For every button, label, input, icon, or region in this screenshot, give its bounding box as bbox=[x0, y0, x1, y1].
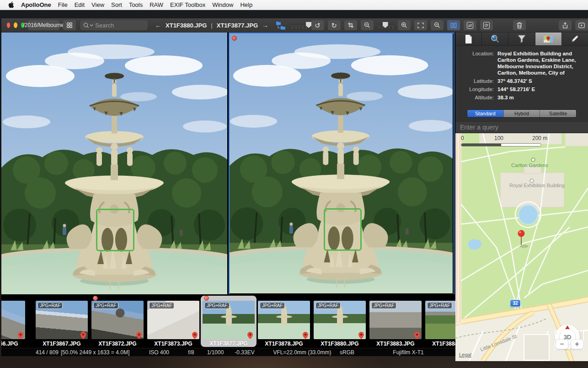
geotag-pin-icon bbox=[192, 332, 198, 339]
map-mode-hybrid[interactable]: Hybrid bbox=[504, 110, 540, 117]
menu-item-view[interactable]: View bbox=[91, 1, 104, 8]
geotag-pin-icon bbox=[247, 332, 253, 339]
sync-views-button[interactable]: ⟳ bbox=[480, 20, 493, 30]
geotag-pin bbox=[192, 332, 198, 341]
next-file-arrow[interactable]: → bbox=[262, 22, 268, 29]
status-item: Fujifilm X-T1 bbox=[393, 349, 423, 356]
filmstrip-item[interactable]: JPG+RAFXT1F3877.JPG bbox=[201, 296, 257, 347]
status-item: 414 / 809 bbox=[36, 349, 59, 356]
altitude-row: Altitude: 38.3 m bbox=[455, 94, 583, 101]
status-item: sRGB bbox=[340, 349, 354, 356]
menu-item-tools[interactable]: Tools bbox=[129, 1, 143, 8]
filmstrip-item[interactable]: JPG+RAFXT1F3878.JPG bbox=[256, 296, 312, 347]
filmstrip-item[interactable]: JPG+RAFXT1F3880.JPG bbox=[312, 296, 368, 347]
focus-area-box bbox=[96, 209, 134, 252]
tab-metadata[interactable] bbox=[455, 32, 482, 45]
filmstrip-item[interactable]: JPG+RAFXT1F3884.JPG bbox=[423, 296, 455, 347]
format-badge: JPG+RAF bbox=[149, 302, 174, 309]
gps-info: Location: Royal Exhibition Building and … bbox=[455, 46, 588, 106]
grid-view-button[interactable] bbox=[63, 20, 76, 30]
map-zoom-controls: − + bbox=[556, 339, 583, 349]
menu-item-help[interactable]: Help bbox=[240, 1, 252, 8]
rotate-right-button[interactable]: ↻ bbox=[328, 20, 341, 30]
pencil-icon bbox=[570, 34, 579, 43]
menu-item-window[interactable]: Window bbox=[212, 1, 233, 8]
folder-tree-icon[interactable] bbox=[275, 20, 287, 31]
file-name-left: XT1F3880.JPG bbox=[166, 22, 207, 29]
tab-map[interactable] bbox=[535, 32, 562, 45]
zoom-out-tool-button[interactable] bbox=[361, 20, 374, 30]
map-zoom-in-button[interactable]: + bbox=[571, 339, 583, 349]
tab-search[interactable] bbox=[482, 32, 508, 45]
folder-path-button[interactable]: /2016/Melbourne bbox=[28, 20, 59, 30]
format-badge: JPG+RAF bbox=[260, 302, 285, 309]
map-legal-link[interactable]: Legal bbox=[459, 352, 471, 357]
geotag-pin-icon bbox=[80, 332, 86, 339]
zoom-level-slider[interactable] bbox=[378, 22, 394, 28]
location-row: Location: Royal Exhibition Building and … bbox=[455, 50, 583, 76]
previous-file-arrow[interactable]: ← bbox=[155, 22, 161, 29]
close-window-button[interactable] bbox=[7, 22, 10, 28]
swap-images-button[interactable]: ⇄ bbox=[464, 20, 476, 30]
share-button[interactable] bbox=[559, 20, 572, 30]
apple-menu-icon[interactable] bbox=[8, 1, 14, 8]
geotag-pin bbox=[303, 332, 308, 341]
tab-edit[interactable] bbox=[562, 32, 588, 45]
scale-hundred: 100 bbox=[494, 135, 503, 141]
geotag-pin-icon bbox=[18, 332, 23, 339]
crop-button[interactable] bbox=[344, 20, 357, 30]
map-label-royal-exhibition-building: Royal Exhibition Building bbox=[509, 183, 560, 188]
filmstrip-item[interactable]: JPG+RAFXT1F3873.JPG bbox=[145, 296, 201, 347]
edited-marker-dot bbox=[93, 296, 98, 301]
zoom-in-button[interactable] bbox=[398, 20, 411, 30]
geotag-pin-icon bbox=[303, 332, 308, 339]
scale-zero: 0 bbox=[461, 135, 464, 141]
search-field bbox=[80, 20, 148, 30]
status-item: VFL=22.0mm (33.0mm) bbox=[273, 349, 331, 356]
photo-pane-right[interactable] bbox=[229, 32, 454, 295]
document-icon bbox=[465, 34, 472, 44]
zoom-fit-button[interactable] bbox=[414, 20, 427, 30]
file-name-right: XT1F3877.JPG bbox=[217, 22, 258, 29]
menu-item-edit[interactable]: Edit bbox=[75, 1, 85, 8]
inspector-sidebar: Location: Royal Exhibition Building and … bbox=[455, 32, 588, 352]
geotag-pin bbox=[136, 332, 142, 341]
thumbnail-size-slider[interactable] bbox=[291, 22, 307, 28]
format-badge: JPG+RAF bbox=[427, 302, 452, 309]
file-name-separator: | bbox=[211, 22, 212, 29]
longitude-label: Longitude: bbox=[455, 86, 497, 92]
rotate-left-button[interactable]: ↺ bbox=[311, 20, 324, 30]
menu-item-exif-toolbox[interactable]: EXIF Toolbox bbox=[170, 1, 205, 8]
longitude-value: 144° 58.2716' E bbox=[497, 86, 581, 92]
latitude-label: Latitude: bbox=[455, 78, 497, 84]
map-view[interactable]: 0 100 200 m Carlton Gardens Royal Exhibi… bbox=[455, 133, 588, 361]
geotag-pin-icon bbox=[136, 332, 142, 339]
slideshow-play-button[interactable] bbox=[575, 20, 588, 30]
geotag-pin bbox=[18, 332, 23, 341]
split-view-button[interactable] bbox=[447, 20, 460, 30]
minimize-window-button[interactable] bbox=[14, 22, 17, 28]
menu-item-appname[interactable]: ApolloOne bbox=[21, 1, 51, 8]
search-icon bbox=[83, 22, 94, 28]
map-mode-segmented-control: StandardHybridSatellite bbox=[467, 109, 577, 118]
altitude-value: 38.3 m bbox=[497, 94, 581, 101]
location-value: Royal Exhibition Building and Carlton Ga… bbox=[497, 50, 581, 76]
trash-button[interactable] bbox=[513, 20, 526, 30]
format-badge: JPG+RAF bbox=[37, 302, 63, 309]
map-zoom-out-button[interactable]: − bbox=[556, 339, 568, 349]
photo-pane-left[interactable] bbox=[1, 32, 227, 295]
menu-item-raw[interactable]: RAW bbox=[150, 1, 163, 8]
menu-item-file[interactable]: File bbox=[58, 1, 68, 8]
map-mode-standard[interactable]: Standard bbox=[467, 110, 504, 117]
filmstrip-item[interactable]: JPG+RAFXT1F3872.JPG bbox=[90, 296, 145, 347]
filmstrip-item[interactable]: JPG+RAFXT1F3867.JPG bbox=[34, 296, 90, 347]
map-mode-satellite[interactable]: Satellite bbox=[540, 110, 576, 117]
map-query-input[interactable] bbox=[455, 122, 588, 133]
filmstrip-item[interactable]: XT1F3866.JPG bbox=[1, 296, 27, 347]
menu-item-sort[interactable]: Sort bbox=[111, 1, 122, 8]
menu-bar: ApolloOne File Edit View Sort Tools RAW … bbox=[0, 0, 588, 10]
zoom-out-button[interactable] bbox=[431, 20, 444, 30]
filmstrip-item[interactable]: JPG+RAFXT1F3883.JPG bbox=[368, 296, 423, 347]
tab-filter[interactable] bbox=[508, 32, 535, 45]
format-badge: JPG+RAF bbox=[315, 302, 341, 309]
